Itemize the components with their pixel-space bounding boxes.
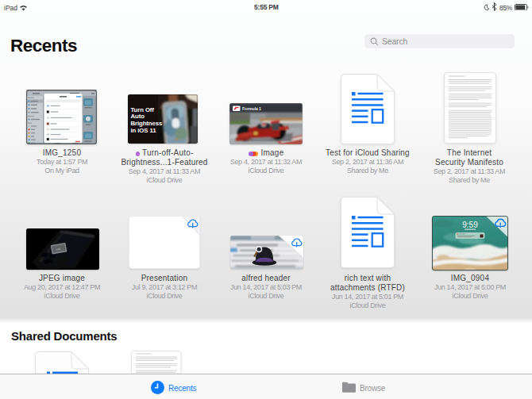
svg-text:Formula 1: Formula 1 bbox=[242, 106, 261, 111]
